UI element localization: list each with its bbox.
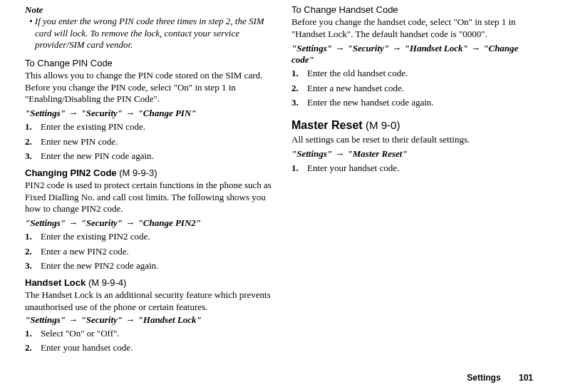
arrow-icon: → [68, 217, 78, 228]
master-reset-path: "Settings" → "Master Reset" [291, 148, 538, 160]
content-columns: Note • If you enter the wrong PIN code t… [25, 4, 538, 361]
path-part: "Settings" [25, 314, 66, 325]
step-text: Enter the existing PIN code. [41, 121, 145, 132]
change-handset-steps: 1.Enter the old handset code. 2.Enter a … [291, 68, 538, 108]
step-text: Enter the old handset code. [307, 68, 408, 78]
handset-lock-steps: 1.Select "On" or "Off". 2.Enter your han… [25, 328, 272, 354]
path-part: "Settings" [291, 43, 332, 53]
change-pin-heading: To Change PIN Code [25, 58, 272, 69]
arrow-icon: → [470, 43, 481, 53]
list-item: 1.Select "On" or "Off". [25, 328, 272, 339]
page: Note • If you enter the wrong PIN code t… [0, 0, 563, 392]
handset-lock-path: "Settings" → "Security" → "Handset Lock" [25, 314, 272, 326]
arrow-icon: → [125, 108, 135, 118]
path-part: "Master Reset" [348, 148, 408, 159]
path-part: "Security" [81, 314, 123, 325]
step-text: Enter your handset code. [307, 163, 399, 173]
list-item: 1.Enter the old handset code. [291, 68, 538, 79]
arrow-icon: → [125, 217, 135, 228]
step-text: Enter the new PIN2 code again. [41, 260, 158, 271]
menu-code: (M 9-0) [366, 119, 400, 131]
change-pin-body: This allows you to change the PIN code s… [25, 70, 272, 105]
step-number: 1. [25, 231, 32, 242]
arrow-icon: → [334, 43, 345, 53]
step-number: 3. [291, 97, 299, 108]
step-number: 2. [25, 246, 32, 257]
page-number: 101 [519, 373, 533, 383]
master-reset-steps: 1.Enter your handset code. [291, 163, 538, 174]
list-item: 2.Enter new PIN code. [25, 136, 272, 148]
path-part: "Security" [81, 217, 123, 228]
step-number: 3. [25, 150, 32, 162]
list-item: 2.Enter a new handset code. [291, 83, 538, 94]
change-pin2-heading: Changing PIN2 Code (M 9-9-3) [25, 167, 272, 179]
change-pin2-path: "Settings" → "Security" → "Change PIN2" [25, 217, 272, 229]
note-body: • If you enter the wrong PIN code three … [25, 16, 272, 51]
list-item: 3.Enter the new PIN code again. [25, 150, 272, 162]
step-text: Enter the new PIN code again. [41, 150, 154, 161]
menu-code: (M 9-9-3) [119, 167, 157, 178]
list-item: 3.Enter the new PIN2 code again. [25, 260, 272, 272]
list-item: 3.Enter the new handset code again. [291, 97, 538, 108]
master-reset-body: All settings can be reset to their defau… [291, 134, 538, 145]
step-text: Enter a new handset code. [307, 83, 404, 93]
path-part: "Security" [81, 108, 123, 118]
path-part: "Settings" [25, 108, 66, 118]
arrow-icon: → [125, 314, 135, 325]
step-number: 2. [25, 342, 32, 354]
arrow-icon: → [68, 108, 78, 118]
path-part: "Change PIN2" [138, 217, 201, 228]
step-text: Enter new PIN code. [41, 136, 118, 147]
path-part: "Security" [348, 43, 390, 53]
step-number: 1. [25, 328, 32, 339]
handset-lock-block: Handset Lock (M 9-9-4) The Handset Lock … [25, 277, 272, 313]
heading-text: Master Reset [291, 119, 363, 131]
step-text: Select "On" or "Off". [41, 328, 120, 339]
page-footer: Settings 101 [467, 373, 533, 383]
change-handset-path: "Settings" → "Security" → "Handset Lock"… [291, 43, 538, 66]
list-item: 1.Enter the existing PIN2 code. [25, 231, 272, 242]
path-part: "Change PIN" [138, 108, 197, 118]
step-number: 2. [25, 136, 32, 148]
footer-section: Settings [467, 373, 500, 383]
step-text: Enter the new handset code again. [307, 97, 434, 108]
change-pin-path: "Settings" → "Security" → "Change PIN" [25, 108, 272, 119]
step-number: 1. [291, 163, 299, 174]
change-handset-body: Before you change the handset code, sele… [291, 16, 538, 40]
path-part: "Handset Lock" [405, 43, 468, 53]
path-part: "Handset Lock" [138, 314, 202, 325]
step-number: 3. [25, 260, 32, 272]
change-pin2-body: PIN2 code is used to protect certain fun… [25, 180, 272, 215]
list-item: 2.Enter your handset code. [25, 342, 272, 354]
menu-code: (M 9-9-4) [88, 277, 126, 288]
change-handset-heading: To Change Handset Code [291, 4, 538, 16]
list-item: 2.Enter a new PIN2 code. [25, 246, 272, 257]
change-pin2-steps: 1.Enter the existing PIN2 code. 2.Enter … [25, 231, 272, 272]
handset-lock-heading: Handset Lock (M 9-9-4) [25, 277, 272, 289]
arrow-icon: → [334, 148, 345, 159]
step-number: 1. [25, 121, 32, 133]
path-part: "Settings" [291, 148, 332, 159]
arrow-icon: → [68, 314, 78, 325]
heading-text: Handset Lock [25, 277, 86, 288]
list-item: 1.Enter your handset code. [291, 163, 538, 174]
handset-lock-body: The Handset Lock is an additional securi… [25, 289, 272, 313]
step-number: 1. [291, 68, 299, 79]
list-item: 1.Enter the existing PIN code. [25, 121, 272, 133]
path-part: "Settings" [25, 217, 66, 228]
change-pin-steps: 1.Enter the existing PIN code. 2.Enter n… [25, 121, 272, 162]
master-reset-heading: Master Reset (M 9-0) [291, 118, 538, 133]
note-heading: Note [25, 4, 272, 16]
step-text: Enter the existing PIN2 code. [41, 231, 150, 242]
heading-text: Changing PIN2 Code [25, 167, 117, 178]
arrow-icon: → [391, 43, 402, 53]
step-text: Enter a new PIN2 code. [41, 246, 129, 257]
step-number: 2. [291, 83, 299, 94]
step-text: Enter your handset code. [41, 342, 133, 353]
